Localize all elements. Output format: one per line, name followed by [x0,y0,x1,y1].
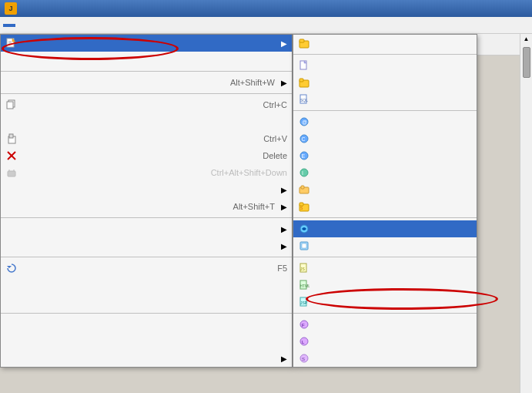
submenu-divider-5 [293,313,477,314]
annotation-icon: @ [298,116,310,128]
right-submenu: SQL @ C E I [293,34,477,368]
svg-text:C: C [302,136,306,142]
svg-rect-33 [299,79,303,82]
scrollbar[interactable]: ▲ [520,34,532,393]
menu-run[interactable] [65,24,77,27]
menu-validate[interactable] [1,316,292,333]
svg-text:E: E [302,153,306,159]
folder-icon [298,76,310,89]
svg-text:HTML: HTML [300,284,310,288]
svg-rect-29 [299,39,304,42]
submenu-dynamic-web-project[interactable] [293,220,477,237]
menu-refactor[interactable]: Alt+Shift+T ▶ [1,198,292,215]
svg-marker-27 [7,266,12,268]
enum-icon: E [298,149,310,162]
menu-copy[interactable]: Ctrl+C [1,96,292,113]
scroll-up-button[interactable]: ▲ [522,34,531,44]
svg-text:I: I [302,170,303,176]
svg-text:F: F [302,323,305,328]
dropdown-container: ▶ Alt+Shift+W ▶ Ctrl+C [0,34,477,368]
js-icon: JS [298,262,310,274]
submenu-divider-1 [293,54,477,55]
menu-help[interactable] [89,24,102,27]
submenu-filter[interactable]: F [293,316,477,333]
submenu-folder[interactable] [293,74,477,91]
menu-window[interactable] [77,24,89,27]
divider-4 [1,257,292,257]
file-menu: ▶ Alt+Shift+W ▶ Ctrl+C [0,34,293,368]
menu-refresh[interactable]: F5 [1,260,292,277]
refresh-icon [5,262,18,274]
submenu-html-file[interactable]: HTML [293,277,477,294]
svg-text:SQL: SQL [300,98,308,102]
divider-5 [1,313,292,314]
app-icon: J [5,2,17,15]
servlet-icon: S [298,352,310,364]
sql-icon: SQL [298,93,310,106]
submenu-source-folder[interactable]: S [293,198,477,215]
divider-1 [1,71,292,72]
submenu-js-file[interactable]: JS [293,260,477,277]
submenu-divider-4 [293,257,477,257]
menu-close-unrelated[interactable] [1,294,292,311]
submenu-listener[interactable]: L [293,333,477,350]
class-icon: C [298,133,310,145]
svg-rect-45 [301,186,304,189]
file-icon [298,59,310,72]
submenu-jsp-file[interactable]: JSP [293,294,477,311]
menu-navigate[interactable] [28,24,40,27]
svg-rect-24 [8,171,15,176]
menu-show-in[interactable]: Alt+Shift+W ▶ [1,74,292,91]
menu-close-project[interactable] [1,277,292,294]
submenu-interface[interactable]: I [293,164,477,181]
dynweb-icon [298,223,310,235]
jsp-icon: JSP [298,296,310,308]
menu-copy-qualified[interactable] [1,113,292,130]
svg-text:S: S [302,357,305,361]
svg-text:JS: JS [300,267,306,271]
menu-delete[interactable]: Delete [1,147,292,164]
paste-icon [5,133,18,145]
project-icon [298,37,310,49]
listener-icon: L [298,335,310,348]
menu-run-as[interactable]: ▶ [1,350,292,367]
submenu-class[interactable]: C [293,130,477,147]
delete-icon [5,149,18,162]
title-bar: J [0,0,532,17]
submenu-enum[interactable]: E [293,147,477,164]
menu-go-into[interactable] [1,52,292,69]
filter-icon: F [298,318,310,331]
submenu-package[interactable] [293,181,477,198]
submenu-annotation[interactable]: @ [293,113,477,130]
menu-export[interactable]: ▶ [1,237,292,254]
svg-text:JSP: JSP [300,301,308,305]
menu-show-remote[interactable] [1,333,292,350]
menu-search[interactable] [40,24,52,27]
menu-edit[interactable] [15,24,28,27]
submenu-file[interactable] [293,57,477,74]
interface-icon: I [298,166,310,179]
menu-project[interactable] [52,24,65,27]
submenu-servlet[interactable]: S [293,350,477,367]
enterprise-icon [298,240,310,252]
scroll-thumb[interactable] [523,47,530,78]
divider-3 [1,217,292,218]
submenu-divider-2 [293,110,477,111]
submenu-sql-file[interactable]: SQL [293,91,477,108]
menu-file[interactable] [3,24,15,27]
source-folder-icon: S [298,200,310,213]
package-icon [298,183,310,196]
submenu-enterprise-app[interactable] [293,237,477,254]
menu-build-path[interactable]: ▶ [1,181,292,198]
menu-new[interactable]: ▶ [1,35,292,52]
menu-import[interactable]: ▶ [1,220,292,237]
menu-paste[interactable]: Ctrl+V [1,130,292,147]
submenu-project[interactable] [293,35,477,52]
svg-rect-19 [7,102,13,109]
html-icon: HTML [298,279,310,291]
submenu-divider-3 [293,217,477,218]
svg-text:@: @ [302,119,307,125]
svg-rect-21 [9,134,13,138]
copy-icon [5,99,18,111]
menu-remove-context: Ctrl+Alt+Shift+Down [1,164,292,181]
